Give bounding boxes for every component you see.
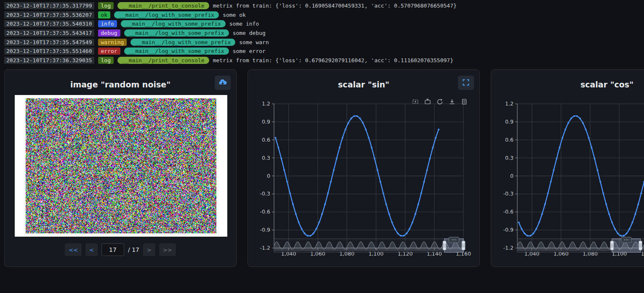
download-image-button[interactable]: [215, 76, 231, 90]
log-level-badge: log: [98, 57, 114, 64]
save-image-icon[interactable]: [449, 98, 455, 105]
log-level-badge: ok: [98, 11, 111, 18]
log-message: some debug: [233, 30, 266, 36]
chart-title: scalar "sin": [248, 80, 479, 89]
log-module-pill: __main__/log_with_some_prefix: [121, 20, 226, 27]
fullscreen-button[interactable]: [458, 76, 474, 90]
fullscreen-icon: [462, 79, 470, 87]
chart-toolbox: [412, 98, 468, 105]
datazoom-handle-left[interactable]: [443, 241, 446, 250]
first-page-button[interactable]: <<: [65, 243, 82, 256]
log-module-pill: __main__/print_to_console: [117, 2, 209, 9]
axes: 1.20.90.60.30-0.3-0.6-0.9-1.21,0401,0601…: [260, 100, 471, 257]
prev-page-button[interactable]: <: [85, 243, 98, 256]
log-timestamp: 2023-12-10T17:37:35.547549: [4, 39, 94, 46]
random-noise-image: [26, 98, 216, 233]
log-message: metrix from train: {'loss': 0.6796292079…: [213, 57, 453, 63]
page-total-label: / 17: [128, 246, 139, 253]
datazoom-slider[interactable]: [517, 237, 644, 252]
image-card-title: image "random noise": [5, 80, 236, 89]
log-line: 2023-12-10T17:37:35.317799log__main__/pr…: [4, 1, 644, 11]
svg-text:-0.9: -0.9: [260, 227, 270, 233]
image-pagination: << < / 17 > >>: [5, 243, 236, 256]
grid: [517, 104, 644, 248]
log-timestamp: 2023-12-10T17:37:36.329035: [4, 57, 94, 64]
svg-text:0: 0: [267, 173, 270, 179]
log-level-badge: debug: [98, 29, 120, 37]
datazoom-handle-right[interactable]: [462, 241, 465, 250]
zoom-reset-icon[interactable]: [424, 98, 431, 105]
svg-text:0.3: 0.3: [262, 155, 270, 161]
svg-text:-1.2: -1.2: [503, 245, 514, 251]
log-module-pill: __main__/log_with_some_prefix: [124, 29, 229, 37]
cards-row: image "random noise" << < / 17 > >> scal…: [4, 69, 644, 267]
datazoom-handle-left[interactable]: [610, 241, 614, 250]
log-module-pill: __main__/log_with_some_prefix: [130, 39, 235, 46]
page-number-input[interactable]: [101, 243, 124, 256]
restore-icon[interactable]: [436, 98, 443, 105]
log-timestamp: 2023-12-10T17:37:35.317799: [4, 2, 94, 9]
svg-text:-0.3: -0.3: [260, 190, 270, 197]
svg-text:-0.3: -0.3: [503, 190, 514, 197]
zoom-select-icon[interactable]: [412, 98, 419, 105]
log-level-badge: warning: [98, 39, 127, 46]
log-line: 2023-12-10T17:37:35.547549warning__main_…: [4, 37, 644, 47]
svg-text:1.2: 1.2: [505, 100, 514, 107]
svg-text:0.6: 0.6: [262, 137, 270, 143]
cloud-download-icon: [218, 78, 227, 88]
svg-text:0: 0: [510, 173, 514, 179]
log-line: 2023-12-10T17:37:35.543417debug__main__/…: [4, 29, 644, 38]
noise-image-frame: [15, 95, 227, 237]
log-console: 2023-12-10T17:37:35.317799log__main__/pr…: [0, 0, 644, 65]
log-module-pill: __main__/print_to_console: [117, 57, 209, 64]
next-page-button[interactable]: >: [143, 243, 155, 256]
log-level-badge: error: [98, 48, 120, 55]
log-module-pill: __main__/log_with_some_prefix: [124, 48, 229, 55]
datazoom-handle-right[interactable]: [639, 241, 642, 250]
log-message: some ok: [223, 12, 246, 18]
log-line: 2023-12-10T17:37:35.551460error__main__/…: [4, 47, 644, 56]
data-view-icon[interactable]: [461, 98, 468, 105]
datazoom-slider[interactable]: [274, 237, 465, 252]
image-card: image "random noise" << < / 17 > >>: [4, 69, 237, 267]
log-message: some warn: [239, 39, 269, 45]
grid: [274, 104, 463, 248]
log-timestamp: 2023-12-10T17:37:35.543417: [4, 29, 94, 37]
svg-text:0.9: 0.9: [505, 119, 514, 125]
svg-text:-0.9: -0.9: [503, 227, 514, 233]
log-line: 2023-12-10T17:37:36.329035log__main__/pr…: [4, 56, 644, 65]
last-page-button[interactable]: >>: [159, 243, 176, 256]
log-line: 2023-12-10T17:37:35.540310info__main__/l…: [4, 19, 644, 29]
log-timestamp: 2023-12-10T17:37:35.540310: [4, 20, 94, 27]
svg-text:0.9: 0.9: [262, 119, 270, 125]
log-level-badge: log: [98, 2, 114, 9]
svg-text:1.2: 1.2: [262, 100, 270, 107]
svg-text:0.6: 0.6: [505, 137, 514, 143]
log-timestamp: 2023-12-10T17:37:35.551460: [4, 48, 94, 55]
svg-text:-1.2: -1.2: [260, 245, 270, 251]
log-line: 2023-12-10T17:37:35.536207ok__main__/log…: [4, 11, 644, 20]
svg-text:-0.6: -0.6: [503, 209, 514, 215]
log-message: some info: [229, 21, 259, 27]
cos-line-chart: 1.20.90.60.30-0.3-0.6-0.9-1.21,0401,0601…: [491, 70, 644, 267]
svg-text:0.3: 0.3: [505, 155, 514, 161]
svg-text:-0.6: -0.6: [260, 209, 270, 215]
log-module-pill: __main__/log_with_some_prefix: [114, 11, 219, 18]
chart-card-cos: scalar "cos" 1.20.90.60.30-0.3-0.6-0.9-1…: [491, 69, 644, 267]
log-timestamp: 2023-12-10T17:37:35.536207: [4, 11, 94, 18]
chart-card-sin: scalar "sin" 1.20.90.60.30-0.3-0.6-0.9-1…: [247, 69, 480, 267]
chart-title: scalar "cos": [491, 80, 644, 89]
log-message: metrix from train: {'loss': 0.1690584700…: [213, 3, 457, 9]
log-message: some error: [233, 48, 266, 54]
log-level-badge: info: [98, 20, 117, 27]
